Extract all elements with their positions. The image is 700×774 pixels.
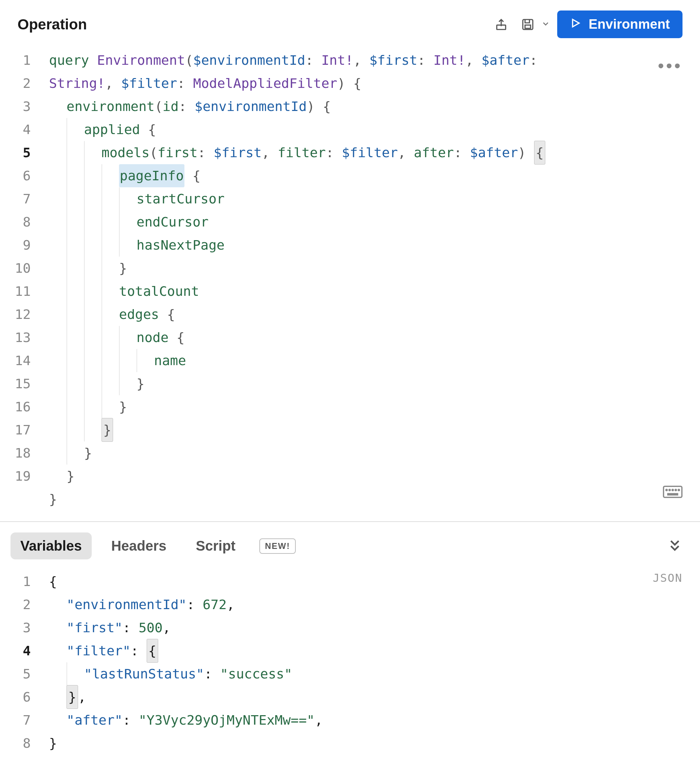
code-line[interactable]: {	[49, 570, 700, 593]
tab-headers[interactable]: Headers	[101, 533, 177, 559]
code-line[interactable]: name	[49, 349, 700, 372]
code-line[interactable]: pageInfo {	[49, 164, 700, 187]
operation-panel: Operation Environment ••• 12345678910111…	[0, 0, 700, 521]
code-line[interactable]: endCursor	[49, 210, 700, 233]
operation-line-gutter: 12345678910111213141516171819	[0, 49, 42, 488]
code-line[interactable]: }	[49, 418, 700, 442]
save-icon[interactable]	[518, 15, 538, 34]
tab-script[interactable]: Script	[186, 533, 245, 559]
variables-line-gutter: 12345678	[0, 570, 42, 755]
svg-rect-3	[664, 486, 682, 498]
code-line[interactable]: "first": 500,	[49, 616, 700, 639]
code-line[interactable]: }	[49, 395, 700, 418]
code-line[interactable]: query Environment($environmentId: Int!, …	[49, 49, 700, 72]
tab-variables[interactable]: Variables	[10, 533, 92, 559]
code-line[interactable]: startCursor	[49, 187, 700, 210]
code-line[interactable]: }	[49, 488, 700, 511]
code-line[interactable]: "filter": {	[49, 639, 700, 662]
new-badge: NEW!	[259, 538, 296, 554]
svg-point-6	[672, 490, 674, 491]
svg-rect-2	[525, 25, 531, 28]
variables-editor[interactable]: JSON 12345678 {"environmentId": 672,"fir…	[0, 566, 700, 765]
code-line[interactable]: "after": "Y3Vyc29yOjMyNTExMw==",	[49, 708, 700, 732]
collapse-panel-icon[interactable]	[667, 538, 682, 554]
code-line[interactable]: models(first: $first, filter: $filter, a…	[49, 141, 700, 164]
code-line[interactable]: totalCount	[49, 280, 700, 303]
code-line[interactable]: }	[49, 732, 700, 755]
save-menu-chevron-icon[interactable]	[541, 19, 550, 30]
operation-code[interactable]: query Environment($environmentId: Int!, …	[49, 49, 700, 511]
svg-point-4	[666, 490, 667, 491]
code-line[interactable]: }	[49, 465, 700, 488]
variables-panel: VariablesHeadersScript NEW! JSON 1234567…	[0, 522, 700, 765]
code-line[interactable]: String!, $filter: ModelAppliedFilter) {	[49, 72, 700, 95]
share-icon[interactable]	[491, 15, 511, 34]
code-line[interactable]: "environmentId": 672,	[49, 593, 700, 616]
operation-header: Operation Environment	[0, 0, 700, 45]
play-icon	[570, 17, 581, 32]
operation-title: Operation	[18, 16, 484, 33]
variables-tabs: VariablesHeadersScript NEW!	[0, 522, 700, 566]
save-button-group	[518, 15, 550, 34]
code-line[interactable]: }	[49, 372, 700, 395]
svg-rect-9	[668, 494, 678, 495]
code-line[interactable]: },	[49, 685, 700, 708]
code-line[interactable]: "lastRunStatus": "success"	[49, 662, 700, 685]
code-line[interactable]: edges {	[49, 303, 700, 326]
code-line[interactable]: environment(id: $environmentId) {	[49, 95, 700, 118]
svg-point-5	[669, 490, 670, 491]
run-button-label: Environment	[589, 17, 670, 32]
code-line[interactable]: node {	[49, 326, 700, 349]
code-line[interactable]: }	[49, 442, 700, 465]
code-line[interactable]: hasNextPage	[49, 233, 700, 256]
svg-point-7	[675, 490, 677, 491]
code-line[interactable]: }	[49, 256, 700, 280]
code-line[interactable]: applied {	[49, 118, 700, 141]
keyboard-icon[interactable]	[663, 485, 682, 500]
variables-code[interactable]: {"environmentId": 672,"first": 500,"filt…	[49, 570, 700, 755]
operation-editor[interactable]: ••• 12345678910111213141516171819 query …	[0, 45, 700, 521]
run-operation-button[interactable]: Environment	[557, 10, 682, 38]
svg-point-8	[678, 490, 680, 491]
